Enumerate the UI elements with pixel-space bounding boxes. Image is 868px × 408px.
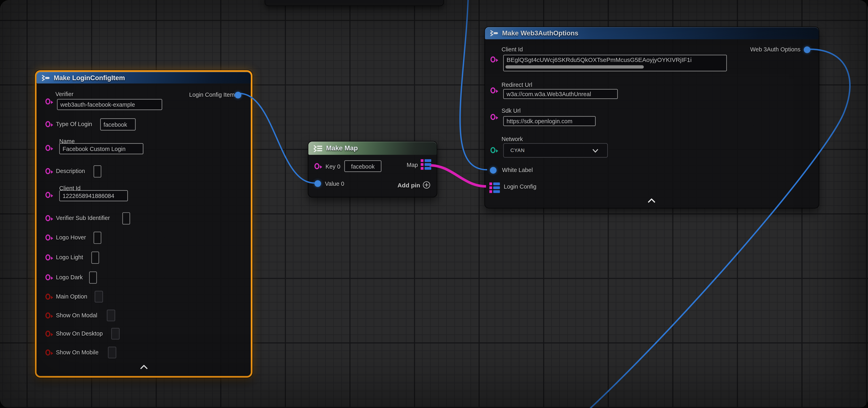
blueprint-graph-canvas[interactable]: Make LoginConfigItem Verifier web3auth-f… [0,0,868,408]
pin-label-verifier: Verifier [55,91,73,97]
pin-show-on-mobile[interactable] [45,349,51,355]
pin-client-id[interactable] [491,57,496,63]
logo-light-input[interactable] [91,251,99,264]
pin-label-white-label: White Label [502,166,533,173]
collapse-chevron-icon[interactable] [648,199,655,203]
pin-label-redirect-url: Redirect Url [501,81,532,88]
redirect-url-input[interactable]: w3a://com.w3a.Web3AuthUnreal [503,89,618,99]
verifier-sub-identifier-input[interactable] [122,212,130,225]
pin-label-sdk-url: Sdk Url [501,107,521,114]
add-pin-icon [423,181,430,189]
node-header[interactable]: Make LoginConfigItem [36,72,251,83]
pin-web3auth-options-out[interactable] [804,46,810,53]
pin-show-on-modal[interactable] [45,312,51,318]
pin-client-id[interactable] [45,192,51,198]
node-title: Make Web3AuthOptions [502,29,578,37]
wire-top-to-whitelabel [460,0,487,170]
pin-show-on-desktop[interactable] [45,331,51,337]
add-pin-label: Add pin [398,182,420,189]
pin-login-config-item-out[interactable] [235,92,241,99]
add-pin-button[interactable]: Add pin [398,181,430,189]
pin-logo-light[interactable] [45,254,51,261]
pin-label-type-of-login: Type Of Login [56,121,92,127]
node-make-map[interactable]: Make Map Key 0 facebook Map Value 0 Add … [308,141,437,198]
pin-label-main-option: Main Option [56,293,87,300]
show-on-desktop-checkbox[interactable] [111,328,120,339]
pin-label-logo-hover: Logo Hover [56,234,86,241]
node-make-web3auth-options[interactable]: Make Web3AuthOptions Web 3Auth Options C… [485,27,819,208]
pin-label-show-on-mobile: Show On Mobile [56,349,99,355]
node-title: Make Map [326,144,358,152]
show-on-mobile-checkbox[interactable] [108,347,116,358]
pin-label-login-config: Login Config [504,183,536,190]
client-id-input[interactable]: BEglQSgt4cUWcj6SKRdu5QkOXTsePmMcusG5EAoy… [503,55,727,71]
pin-white-label[interactable] [490,167,497,174]
sdk-url-input[interactable]: https://sdk.openlogin.com [503,116,596,126]
main-option-checkbox[interactable] [95,291,103,302]
node-title: Make LoginConfigItem [54,74,125,81]
pin-value-0[interactable] [314,180,321,187]
type-of-login-input[interactable]: facebook [100,118,136,131]
name-input[interactable]: Facebook Custom Login [59,143,143,155]
network-selected-value: CYAN [510,147,525,153]
pin-label-login-config-item: Login Config Item [189,91,235,98]
show-on-modal-checkbox[interactable] [107,310,115,321]
chevron-down-icon [592,149,598,152]
pin-redirect-url[interactable] [491,88,496,94]
pin-label-logo-light: Logo Light [56,254,83,261]
offscreen-node-stub[interactable] [265,0,444,6]
key-0-input[interactable]: facebook [344,160,381,172]
pin-logo-hover[interactable] [45,234,51,240]
pin-label-web3auth-options-out: Web 3Auth Options [750,46,800,53]
make-map-icon [313,144,323,152]
wire-map-to-loginconfig [430,165,486,186]
blueprint-editor-viewport: Make LoginConfigItem Verifier web3auth-f… [0,0,868,408]
logo-hover-input[interactable] [94,232,101,244]
collapse-chevron-icon[interactable] [140,365,148,369]
pin-map-out[interactable] [421,159,431,170]
pin-logo-dark[interactable] [45,274,51,280]
node-header[interactable]: Make Map [308,141,437,155]
pin-label-map-out: Map [407,162,418,168]
pin-label-network: Network [501,135,523,142]
make-struct-icon [489,30,499,37]
pin-label-verifier-sub-identifier: Verifier Sub Identifier [56,214,110,221]
description-input[interactable] [94,165,101,177]
pin-label-value-0: Value 0 [325,180,344,187]
pin-key-0[interactable] [314,163,319,169]
pin-label-client-id: Client Id [501,46,523,53]
pin-verifier-sub-identifier[interactable] [45,215,51,221]
client-id-hscrollbar[interactable] [505,65,644,68]
pin-network[interactable] [491,147,496,153]
pin-name[interactable] [45,145,51,151]
pin-description[interactable] [45,168,51,174]
logo-dark-input[interactable] [89,271,97,283]
node-make-login-config-item[interactable]: Make LoginConfigItem Verifier web3auth-f… [35,70,252,378]
network-dropdown[interactable]: CYAN [503,143,608,158]
pin-main-option[interactable] [45,294,51,300]
pin-verifier[interactable] [45,98,51,104]
node-header[interactable]: Make Web3AuthOptions [485,27,818,39]
pin-label-show-on-desktop: Show On Desktop [56,330,103,337]
pin-label-key-0: Key 0 [326,163,340,170]
make-struct-icon [41,74,50,81]
pin-login-config[interactable] [489,182,500,193]
pin-label-description: Description [56,168,85,174]
pin-label-logo-dark: Logo Dark [56,274,83,280]
client-id-input[interactable]: 1222658941886084 [59,190,128,201]
verifier-input[interactable]: web3auth-facebook-example [57,99,162,110]
pin-sdk-url[interactable] [491,114,496,120]
pin-label-show-on-modal: Show On Modal [56,312,97,318]
pin-type-of-login[interactable] [45,121,51,127]
